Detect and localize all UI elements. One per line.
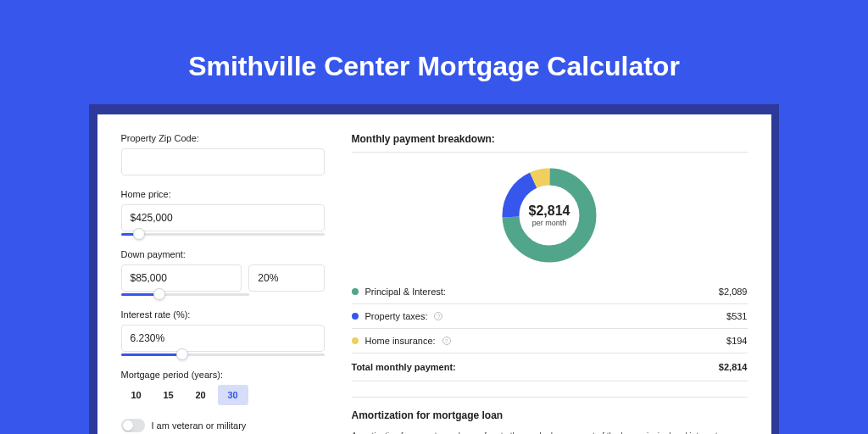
veteran-row: I am veteran or military <box>121 419 325 432</box>
zip-label: Property Zip Code: <box>121 133 325 143</box>
legend-row-taxes: Property taxes: ? $531 <box>352 303 748 328</box>
rate-slider-thumb[interactable] <box>176 348 188 360</box>
price-slider[interactable] <box>121 233 325 236</box>
down-slider-thumb[interactable] <box>153 288 165 300</box>
rate-group: Interest rate (%): <box>121 309 325 356</box>
down-amount-input[interactable] <box>121 264 242 292</box>
down-slider[interactable] <box>121 293 249 296</box>
donut-amount: $2,814 <box>529 203 570 219</box>
veteran-label: I am veteran or military <box>152 420 247 431</box>
total-row: Total monthly payment: $2,814 <box>352 353 748 381</box>
total-value: $2,814 <box>719 362 748 372</box>
amortization-title: Amortization for mortgage loan <box>352 397 748 421</box>
legend-label: Property taxes: <box>365 311 428 321</box>
price-slider-thumb[interactable] <box>133 228 145 240</box>
rate-input[interactable] <box>121 325 325 352</box>
legend-value: $531 <box>726 311 747 321</box>
legend: Principal & Interest: $2,089 Property ta… <box>352 280 748 353</box>
donut-chart: $2,814 per month <box>498 164 600 266</box>
page-title: Smithville Center Mortgage Calculator <box>0 0 868 104</box>
period-buttons: 10 15 20 30 <box>121 385 325 405</box>
form-column: Property Zip Code: Home price: Down paym… <box>121 133 325 434</box>
rate-label: Interest rate (%): <box>121 309 325 320</box>
info-icon[interactable]: ? <box>434 312 442 320</box>
down-group: Down payment: <box>121 249 325 296</box>
rate-slider[interactable] <box>121 353 325 356</box>
breakdown-title: Monthly payment breakdown: <box>352 133 748 153</box>
period-label: Mortgage period (years): <box>121 370 325 380</box>
dot-icon <box>352 288 359 295</box>
veteran-toggle[interactable] <box>121 419 145 432</box>
donut-chart-wrap: $2,814 per month <box>352 164 748 266</box>
donut-sublabel: per month <box>532 219 567 227</box>
price-group: Home price: <box>121 189 325 236</box>
price-input[interactable] <box>121 204 325 231</box>
period-group: Mortgage period (years): 10 15 20 30 <box>121 370 325 405</box>
total-label: Total monthly payment: <box>352 362 456 372</box>
legend-row-insurance: Home insurance: ? $194 <box>352 328 748 353</box>
legend-value: $194 <box>726 336 747 346</box>
legend-label: Principal & Interest: <box>365 287 446 297</box>
dot-icon <box>352 337 359 344</box>
breakdown-column: Monthly payment breakdown: $2,814 per mo… <box>352 133 748 434</box>
down-label: Down payment: <box>121 249 325 259</box>
donut-center: $2,814 per month <box>498 164 600 266</box>
period-btn-15[interactable]: 15 <box>153 385 184 405</box>
zip-group: Property Zip Code: <box>121 133 325 175</box>
period-btn-10[interactable]: 10 <box>121 385 152 405</box>
price-label: Home price: <box>121 189 325 199</box>
amortization-text: Amortization for a mortgage loan refers … <box>352 430 748 434</box>
period-btn-30[interactable]: 30 <box>218 385 248 405</box>
calculator-panel: Property Zip Code: Home price: Down paym… <box>97 114 771 434</box>
down-percent-input[interactable] <box>248 264 324 292</box>
panel-outer: Property Zip Code: Home price: Down paym… <box>89 104 779 434</box>
legend-value: $2,089 <box>719 287 748 297</box>
toggle-knob <box>123 420 133 431</box>
zip-input[interactable] <box>121 148 325 175</box>
legend-label: Home insurance: <box>365 336 436 346</box>
info-icon[interactable]: ? <box>442 337 451 345</box>
dot-icon <box>352 313 359 320</box>
period-btn-20[interactable]: 20 <box>186 385 216 405</box>
legend-row-principal: Principal & Interest: $2,089 <box>352 280 748 303</box>
